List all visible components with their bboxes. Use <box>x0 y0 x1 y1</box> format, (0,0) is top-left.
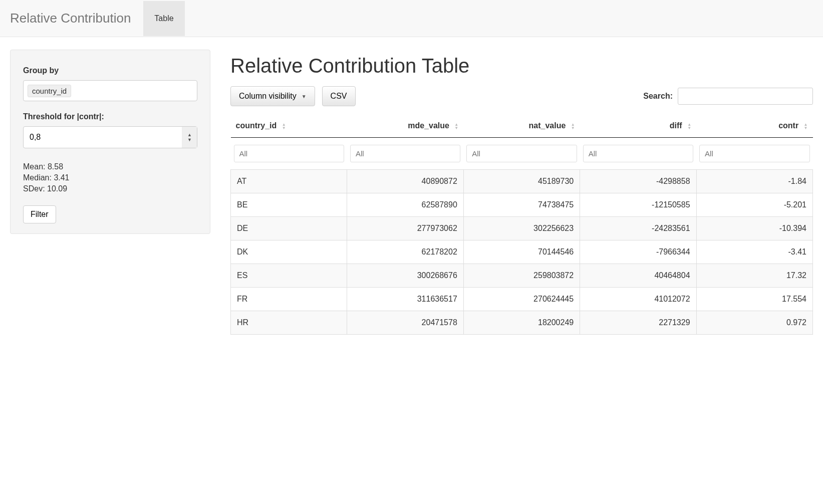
column-header-country_id[interactable]: country_id ▲▼ <box>231 115 347 138</box>
cell-nat_value: 270624445 <box>463 288 580 311</box>
threshold-spinner[interactable]: ▲ ▼ <box>182 127 197 148</box>
table-row[interactable]: HR204715781820024922713290.972 <box>231 311 813 335</box>
stat-median-value: 3.41 <box>54 173 69 182</box>
csv-export-button[interactable]: CSV <box>322 86 356 106</box>
cell-mde_value: 277973062 <box>347 217 463 240</box>
stats-block: Mean: 8.58 Median: 3.41 SDev: 10.09 <box>23 162 197 193</box>
cell-nat_value: 74738475 <box>463 193 580 217</box>
table-row[interactable]: DE277973062302256623-24283561-10.394 <box>231 217 813 240</box>
cell-nat_value: 18200249 <box>463 311 580 335</box>
main-panel: Relative Contribution Table Column visib… <box>210 50 813 335</box>
cell-diff: 41012072 <box>580 288 696 311</box>
column-header-diff[interactable]: diff ▲▼ <box>580 115 696 138</box>
column-filter-contr[interactable] <box>699 145 809 162</box>
search-wrap: Search: <box>643 88 813 105</box>
navbar: Relative Contribution Table <box>0 0 823 37</box>
column-filter-mde_value[interactable] <box>350 145 460 162</box>
cell-contr: 0.972 <box>696 311 812 335</box>
stat-median-label: Median: <box>23 173 52 182</box>
cell-diff: -7966344 <box>580 240 696 264</box>
page-title: Relative Contribution Table <box>230 55 813 77</box>
column-visibility-label: Column visibility <box>239 92 297 101</box>
cell-diff: -24283561 <box>580 217 696 240</box>
table-row[interactable]: AT4089087245189730-4298858-1.84 <box>231 170 813 193</box>
cell-mde_value: 62587890 <box>347 193 463 217</box>
cell-diff: 40464804 <box>580 264 696 288</box>
group-by-token[interactable]: country_id <box>28 85 71 97</box>
group-by-label: Group by <box>23 66 197 75</box>
sort-icon: ▲▼ <box>804 123 808 130</box>
search-input[interactable] <box>678 88 813 105</box>
cell-country_id: HR <box>231 311 347 335</box>
cell-contr: -1.84 <box>696 170 812 193</box>
app-title: Relative Contribution <box>10 3 138 34</box>
sort-icon: ▲▼ <box>282 123 286 130</box>
cell-contr: 17.554 <box>696 288 812 311</box>
stat-mean-label: Mean: <box>23 162 45 171</box>
table-row[interactable]: DK6217820270144546-7966344-3.41 <box>231 240 813 264</box>
column-filter-diff[interactable] <box>583 145 693 162</box>
table-toolbar: Column visibility ▼ CSV Search: <box>230 86 813 106</box>
table-header-row: country_id ▲▼mde_value ▲▼nat_value ▲▼dif… <box>231 115 813 138</box>
stat-median: Median: 3.41 <box>23 173 197 182</box>
search-label: Search: <box>643 92 673 101</box>
stat-mean-value: 8.58 <box>48 162 63 171</box>
column-visibility-button[interactable]: Column visibility ▼ <box>230 86 315 106</box>
cell-nat_value: 70144546 <box>463 240 580 264</box>
cell-diff: -4298858 <box>580 170 696 193</box>
column-filter-nat_value[interactable] <box>466 145 577 162</box>
cell-country_id: DE <box>231 217 347 240</box>
cell-mde_value: 20471578 <box>347 311 463 335</box>
stat-mean: Mean: 8.58 <box>23 162 197 171</box>
cell-mde_value: 311636517 <box>347 288 463 311</box>
cell-contr: -3.41 <box>696 240 812 264</box>
cell-mde_value: 300268676 <box>347 264 463 288</box>
cell-contr: 17.32 <box>696 264 812 288</box>
threshold-input[interactable] <box>24 129 182 146</box>
spinner-up-icon: ▲ <box>187 132 192 137</box>
cell-nat_value: 259803872 <box>463 264 580 288</box>
threshold-label: Threshold for |contr|: <box>23 112 197 121</box>
column-filter-row <box>231 138 813 170</box>
cell-country_id: AT <box>231 170 347 193</box>
cell-contr: -10.394 <box>696 217 812 240</box>
sort-icon: ▲▼ <box>687 123 691 130</box>
group-by-select[interactable]: country_id <box>23 80 197 101</box>
column-header-nat_value[interactable]: nat_value ▲▼ <box>463 115 580 138</box>
caret-down-icon: ▼ <box>302 94 307 99</box>
column-filter-country_id[interactable] <box>234 145 344 162</box>
data-table: country_id ▲▼mde_value ▲▼nat_value ▲▼dif… <box>230 115 813 335</box>
cell-country_id: FR <box>231 288 347 311</box>
cell-nat_value: 302256623 <box>463 217 580 240</box>
stat-sdev-label: SDev: <box>23 184 45 193</box>
column-header-mde_value[interactable]: mde_value ▲▼ <box>347 115 463 138</box>
cell-country_id: DK <box>231 240 347 264</box>
sort-icon: ▲▼ <box>571 123 575 130</box>
spinner-down-icon: ▼ <box>187 137 192 142</box>
table-row[interactable]: BE6258789074738475-12150585-5.201 <box>231 193 813 217</box>
cell-diff: -12150585 <box>580 193 696 217</box>
table-row[interactable]: ES3002686762598038724046480417.32 <box>231 264 813 288</box>
cell-country_id: BE <box>231 193 347 217</box>
threshold-input-wrap: ▲ ▼ <box>23 126 197 148</box>
tab-table[interactable]: Table <box>143 1 184 36</box>
cell-diff: 2271329 <box>580 311 696 335</box>
stat-sdev-value: 10.09 <box>47 184 67 193</box>
sort-icon: ▲▼ <box>454 123 458 130</box>
cell-nat_value: 45189730 <box>463 170 580 193</box>
cell-country_id: ES <box>231 264 347 288</box>
column-header-contr[interactable]: contr ▲▼ <box>696 115 812 138</box>
filter-button[interactable]: Filter <box>23 205 56 223</box>
stat-sdev: SDev: 10.09 <box>23 184 197 193</box>
table-row[interactable]: FR3116365172706244454101207217.554 <box>231 288 813 311</box>
cell-mde_value: 40890872 <box>347 170 463 193</box>
cell-contr: -5.201 <box>696 193 812 217</box>
cell-mde_value: 62178202 <box>347 240 463 264</box>
sidebar-panel: Group by country_id Threshold for |contr… <box>10 50 210 234</box>
